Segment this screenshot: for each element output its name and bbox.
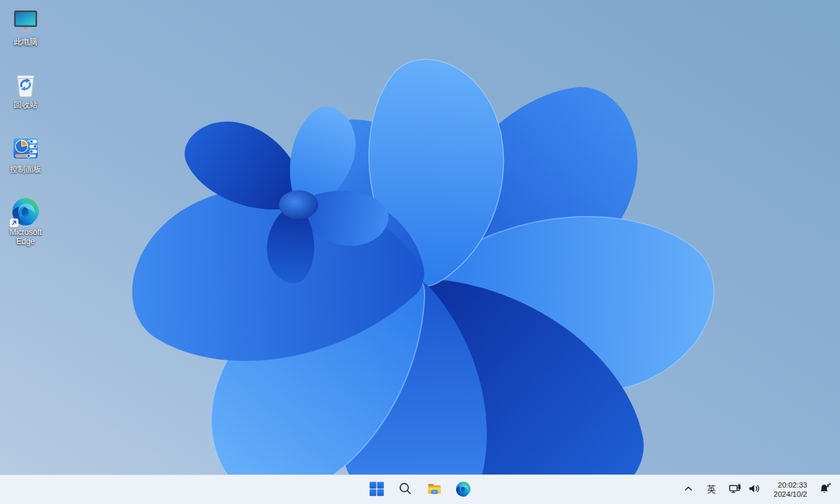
desktop-icon-control-panel[interactable]: 控制面板 [1,133,51,175]
desktop-icon-label: 此电脑 [14,37,37,47]
search-button[interactable] [392,476,419,503]
desktop-icon-label: 控制面板 [10,165,41,174]
tray-hidden-icons-button[interactable] [679,477,698,502]
folder-icon [427,481,442,499]
desktop-icon-this-pc[interactable]: 此电脑 [1,5,51,48]
clock-date: 2024/10/2 [774,490,807,499]
edge-logo-icon [11,197,40,226]
shortcut-arrow-icon [10,219,18,227]
ime-language-label: 英 [707,484,716,495]
control-panel-icon [11,134,40,163]
file-explorer-button[interactable] [421,476,448,503]
recycle-bin-icon [11,70,40,98]
desktop-icon-microsoft-edge[interactable]: Microsoft Edge [1,196,51,247]
system-tray: 英 20:02:33 2024/10/2 [679,475,836,504]
desktop-icon-label: Microsoft Edge [2,228,49,246]
taskbar: 英 20:02:33 2024/10/2 [0,474,840,504]
chevron-up-icon [683,484,694,496]
edge-button[interactable] [450,476,476,503]
volume-button[interactable] [746,477,763,502]
desktop-icon-recycle-bin[interactable]: 回收站 [1,68,51,111]
speaker-volume-icon [748,484,761,495]
ime-language-button[interactable]: 英 [702,477,721,502]
clock-time: 20:02:33 [778,481,807,490]
search-icon [398,481,413,499]
network-ethernet-icon [729,484,742,495]
network-button[interactable] [726,477,744,502]
edge-logo-icon [455,481,471,499]
desktop[interactable]: 此电脑 回收站 控制面板 Microsoft Edge [0,0,840,504]
bell-do-not-disturb-icon [819,483,831,496]
this-pc-monitor-icon [11,7,40,35]
notification-center-button[interactable] [814,477,836,502]
start-button[interactable] [364,476,390,503]
windows-start-icon [369,481,385,499]
taskbar-center-buttons [364,476,476,503]
wallpaper-windows11-bloom [0,0,840,504]
desktop-icon-label: 回收站 [14,100,37,110]
clock-button[interactable]: 20:02:33 2024/10/2 [768,477,812,502]
